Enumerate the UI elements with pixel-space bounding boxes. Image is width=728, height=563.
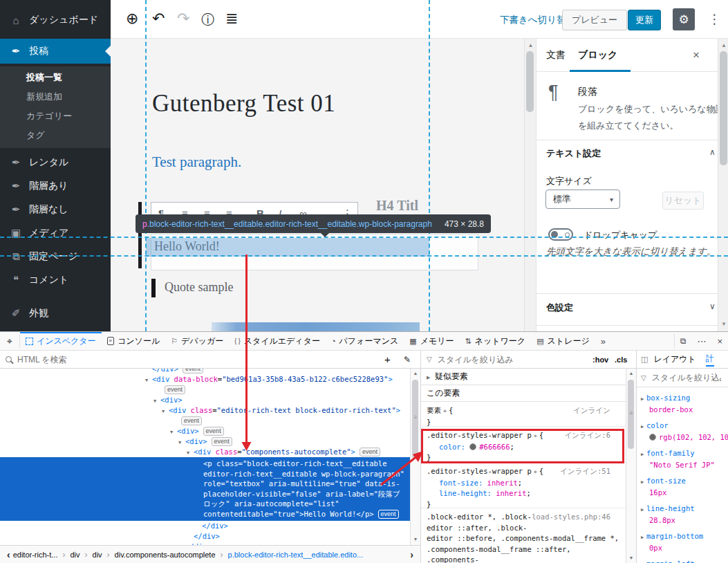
- computed-property[interactable]: ▶colorrgb(102, 102, 102: [637, 421, 728, 443]
- event-badge[interactable]: event: [183, 369, 203, 373]
- computed-property[interactable]: ▶margin-left0px: [637, 559, 728, 563]
- twisty-icon[interactable]: ▼: [170, 427, 177, 438]
- block-navigation-icon[interactable]: ≣: [225, 10, 238, 27]
- sidebar-item-non-hierarchical[interactable]: ✒ 階層なし: [0, 198, 111, 221]
- eyedropper-icon[interactable]: ✎: [404, 355, 411, 364]
- tab-debugger[interactable]: ⚐ デバッガー: [165, 332, 229, 350]
- submenu-item-tags[interactable]: タグ: [26, 129, 45, 142]
- editor-styles-font-rule[interactable]: .editor-styles-wrapper p⌖{ インライン:51 font…: [421, 463, 626, 508]
- pick-element-button[interactable]: ⌖: [0, 332, 19, 350]
- submenu-item-all-posts[interactable]: 投稿一覧: [26, 71, 62, 84]
- color-swatch[interactable]: [469, 443, 476, 450]
- tree-node[interactable]: ▼<div>: [0, 395, 410, 405]
- scroll-up-icon[interactable]: ▲: [718, 42, 728, 48]
- computed-property[interactable]: ▶font-size16px: [637, 476, 728, 498]
- element-inline-rule[interactable]: 要素⌖{ インライン }: [421, 402, 626, 427]
- sidebar-item-media[interactable]: ▣ メディア: [0, 221, 111, 245]
- tree-node[interactable]: ▼<div data-block="bed961a3-35b8-43a5-b12…: [0, 374, 410, 385]
- scroll-up-icon[interactable]: ▲: [411, 371, 420, 376]
- twisty-icon[interactable]: ▼: [145, 376, 152, 386]
- event-badge[interactable]: event: [181, 416, 202, 425]
- tree-node[interactable]: </div>: [0, 531, 410, 542]
- breadcrumb-item[interactable]: div.components-autocomplete: [102, 550, 216, 560]
- tree-node[interactable]: ▼<div class="editor-rich-text block-edit…: [0, 405, 410, 416]
- computed-property[interactable]: ▶line-height28.8px: [637, 504, 728, 526]
- computed-property[interactable]: ▶font-family"Noto Serif JP": [637, 448, 728, 470]
- hov-button[interactable]: :hov: [592, 356, 608, 364]
- responsive-design-button[interactable]: ⧉: [675, 332, 692, 350]
- computed-property[interactable]: ▶box-sizingborder-box: [637, 393, 728, 415]
- sidebar-item-dashboard[interactable]: ⌂ ダッシュボード: [0, 8, 111, 32]
- event-badge[interactable]: event: [203, 427, 224, 436]
- rule-source[interactable]: インライン:51: [560, 466, 610, 477]
- pseudo-elements-header[interactable]: ▶疑似要素: [421, 369, 626, 385]
- sidebar-scrollbar[interactable]: ▲ ▼: [718, 39, 728, 331]
- devtools-close-button[interactable]: ×: [711, 332, 728, 350]
- panel-toggle-icon[interactable]: ◫: [641, 355, 648, 364]
- twisty-icon[interactable]: ▼: [178, 438, 185, 448]
- twisty-icon[interactable]: ▼: [153, 396, 160, 407]
- event-badge[interactable]: event: [378, 510, 399, 519]
- tree-node[interactable]: ▼<div>event: [0, 436, 410, 447]
- styles-filter-input[interactable]: [436, 354, 577, 365]
- scroll-down-icon[interactable]: ▼: [411, 537, 420, 542]
- sidebar-item-rental[interactable]: ✒ レンタル: [0, 151, 111, 174]
- quote-block[interactable]: Quote sample: [165, 280, 233, 295]
- event-badge[interactable]: event: [360, 447, 380, 456]
- more-options-icon[interactable]: ⋮: [708, 11, 721, 27]
- twisty-icon[interactable]: ▼: [187, 448, 194, 459]
- update-button[interactable]: 更新: [628, 10, 661, 30]
- tree-node[interactable]: </div>event: [0, 369, 410, 374]
- twisty-icon[interactable]: ▼: [162, 407, 169, 417]
- tab-memory[interactable]: ▦ メモリー: [404, 332, 459, 350]
- tab-storage[interactable]: ▤ ストレージ: [531, 332, 595, 350]
- tab-block[interactable]: ブロック: [578, 49, 617, 62]
- scroll-down-icon[interactable]: ▼: [626, 555, 636, 560]
- breadcrumb-item[interactable]: div: [80, 550, 102, 560]
- crosshair-icon[interactable]: ⌖: [534, 432, 537, 439]
- sidebar-item-comments[interactable]: ❝ コメント: [0, 268, 111, 292]
- reset-button[interactable]: リセット: [662, 192, 704, 210]
- close-icon[interactable]: ×: [693, 48, 700, 62]
- text-settings-header[interactable]: テキスト設定: [546, 147, 601, 160]
- event-badge[interactable]: event: [212, 437, 232, 446]
- tab-network[interactable]: ⇅ ネットワーク: [460, 332, 532, 350]
- rule-source[interactable]: インライン:6: [565, 430, 610, 441]
- breadcrumb-item[interactable]: editor-rich-t...: [13, 551, 58, 559]
- devtools-menu-button[interactable]: ⋯: [691, 332, 711, 350]
- css-declaration[interactable]: font-sizeinherit: [427, 478, 620, 489]
- css-declaration[interactable]: color#666666: [427, 442, 620, 453]
- selected-tree-node[interactable]: <p class="block-editor-rich-text__editab…: [0, 457, 410, 521]
- inserter-icon[interactable]: ⊕: [126, 10, 138, 27]
- computed-property[interactable]: ▶margin-bottom0px: [637, 531, 728, 553]
- info-icon[interactable]: ⓘ: [201, 12, 214, 28]
- submenu-item-add-new[interactable]: 新規追加: [26, 91, 62, 103]
- tab-document[interactable]: 文書: [546, 49, 566, 62]
- crosshair-icon[interactable]: ⌖: [443, 407, 447, 414]
- html-search-input[interactable]: [16, 354, 344, 365]
- tab-inspector[interactable]: インスペクター: [20, 332, 102, 350]
- breadcrumb-scroll-right[interactable]: ›: [410, 549, 413, 560]
- preview-button[interactable]: プレビュー: [562, 10, 627, 30]
- css-declaration[interactable]: line-heightinherit: [427, 488, 620, 499]
- undo-icon[interactable]: ↶: [152, 10, 165, 27]
- font-size-select[interactable]: 標準 ▾: [545, 190, 620, 209]
- add-node-icon[interactable]: +: [384, 353, 391, 365]
- breadcrumb-scroll-left[interactable]: ‹: [7, 549, 10, 560]
- tree-node[interactable]: </div>: [0, 521, 410, 531]
- tab-computed[interactable]: 計: [706, 353, 714, 367]
- scroll-down-icon[interactable]: ▼: [718, 321, 728, 327]
- rule-source[interactable]: load-styles.php:46: [532, 512, 610, 523]
- post-title[interactable]: Gutenberg Test 01: [152, 90, 335, 118]
- computed-filter-input[interactable]: [651, 372, 722, 383]
- event-badge[interactable]: event: [165, 385, 185, 394]
- paragraph-block[interactable]: Test paragraph.: [152, 154, 241, 171]
- canvas-scrollbar[interactable]: ▲: [524, 39, 536, 331]
- breadcrumb-item-selected[interactable]: p.block-editor-rich-text__editable.edito…: [216, 550, 364, 560]
- sidebar-item-pages[interactable]: ⧉ 固定ページ: [0, 245, 111, 268]
- tab-console[interactable]: » コンソール: [102, 332, 166, 350]
- dropcap-toggle[interactable]: [548, 228, 573, 241]
- sidebar-item-hierarchical[interactable]: ✒ 階層あり: [0, 174, 111, 198]
- more-tabs-button[interactable]: »: [595, 332, 611, 350]
- heading-block-partial[interactable]: H4 Titl: [376, 198, 418, 214]
